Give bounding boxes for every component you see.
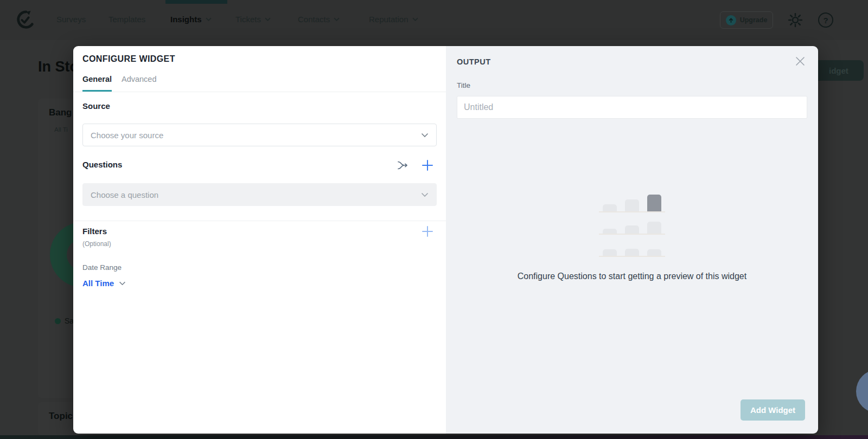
nav-item-templates[interactable]: Templates [108,15,145,24]
date-range-selector[interactable]: All Time [82,279,126,288]
source-dropdown-placeholder: Choose your source [91,131,163,140]
active-nav-indicator [165,0,227,4]
settings-gear-icon[interactable] [787,12,803,28]
tab-advanced[interactable]: Advanced [122,75,157,90]
output-panel: OUTPUT Title Configure Q [446,46,818,434]
background-page-title: In Sto [38,59,79,75]
configure-widget-modal: CONFIGURE WIDGET General Advanced Source… [73,46,818,434]
background-legend-dot [55,318,61,324]
app-screen: Surveys Templates Insights Tickets Conta… [0,0,868,439]
chevron-down-icon [119,281,126,286]
chevron-down-icon [421,192,429,197]
close-icon[interactable] [795,56,805,66]
chevron-down-icon [265,17,271,21]
nav-label: Surveys [56,15,86,24]
question-dropdown[interactable]: Choose a question [82,183,437,206]
nav-label: Contacts [298,15,330,24]
filters-actions [421,225,434,238]
nav-item-reputation[interactable]: Reputation [369,15,418,24]
bottom-edge-strip [0,435,868,439]
nav-label: Templates [108,15,145,24]
output-title: OUTPUT [457,57,491,66]
date-range-label: Date Range [82,263,122,272]
bar-chart-placeholder-illustration [599,195,665,262]
help-glyph: ? [823,16,828,25]
config-tabs: General Advanced [73,73,446,92]
placeholder-bar-row [599,195,665,212]
nav-item-tickets[interactable]: Tickets [235,15,271,24]
chevron-down-icon [412,17,418,21]
source-section-label: Source [82,101,110,111]
nav-label: Tickets [235,15,261,24]
tab-general[interactable]: General [82,75,112,92]
modal-title: CONFIGURE WIDGET [82,54,175,64]
chevron-down-icon [206,17,212,21]
nav-item-surveys[interactable]: Surveys [56,15,86,24]
empty-state-message: Configure Questions to start getting a p… [518,272,746,281]
source-dropdown[interactable]: Choose your source [82,124,437,146]
questions-section-label: Questions [82,160,122,169]
add-filter-icon[interactable] [421,225,434,238]
empty-state: Configure Questions to start getting a p… [446,195,818,281]
upgrade-arrow-icon [726,15,736,25]
chat-bubble-button[interactable] [856,370,868,413]
app-logo-icon[interactable] [15,9,36,31]
filters-section-label: Filters [82,227,107,236]
nav-label: Reputation [369,15,409,24]
add-question-icon[interactable] [421,159,434,172]
top-navbar: Surveys Templates Insights Tickets Conta… [0,0,868,40]
date-range-value: All Time [82,279,114,288]
upgrade-button[interactable]: Upgrade [720,11,773,29]
questions-actions [396,159,434,172]
chevron-down-icon [334,17,340,21]
background-topics-title: Topic [49,411,73,422]
upgrade-label: Upgrade [740,16,768,24]
add-widget-button[interactable]: Add Widget [741,399,805,421]
background-add-widget-label: idget [829,66,848,75]
question-dropdown-placeholder: Choose a question [91,190,158,199]
background-card-daterange: All Ti [54,126,68,133]
background-card-title: Bang [49,107,72,118]
nav-item-contacts[interactable]: Contacts [298,15,340,24]
placeholder-bar-row [599,217,665,235]
merge-questions-icon[interactable] [396,159,409,172]
configure-panel: CONFIGURE WIDGET General Advanced Source… [73,46,446,434]
help-icon[interactable]: ? [818,12,833,28]
widget-title-input[interactable] [457,96,807,119]
title-field-label: Title [457,81,470,89]
nav-item-insights[interactable]: Insights [170,15,212,24]
nav-label: Insights [170,15,202,24]
background-legend-label: Sa [65,317,74,325]
filters-optional-label: (Optional) [82,240,111,248]
section-divider [73,221,446,221]
chevron-down-icon [421,133,429,138]
placeholder-bar-row [599,240,665,257]
